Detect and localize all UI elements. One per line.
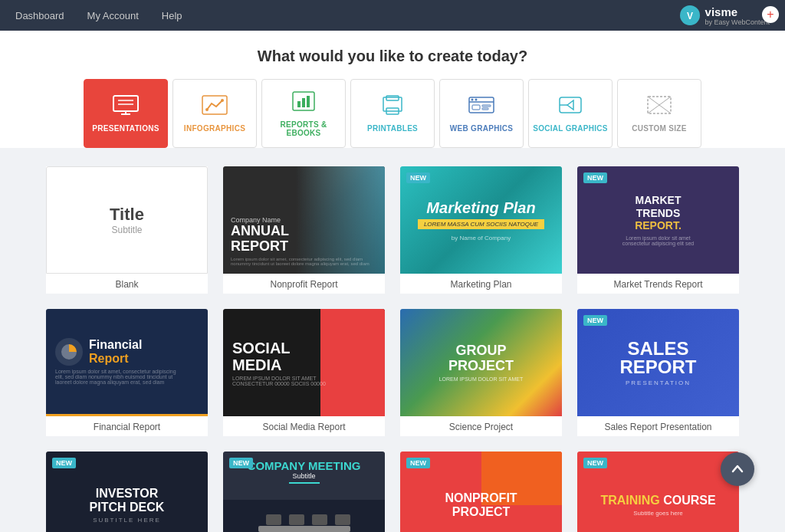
social-label: Social Media Report bbox=[223, 416, 385, 436]
svg-point-9 bbox=[221, 99, 224, 102]
category-web[interactable]: WEB GRAPHICS bbox=[439, 79, 524, 148]
social-title-text: SOCIALMEDIA bbox=[232, 340, 291, 373]
add-icon: + bbox=[762, 6, 779, 23]
financial-label: Financial Report bbox=[46, 416, 208, 436]
financial-thumb: Financial Report Lorem ipsum dolor sit a… bbox=[46, 309, 208, 416]
navbar: Dashboard My Account Help V visme by Eas… bbox=[0, 0, 785, 31]
svg-rect-33 bbox=[335, 514, 350, 525]
template-social-media[interactable]: SOCIALMEDIA LOREM IPSUM DOLOR SIT AMETCO… bbox=[223, 309, 385, 436]
template-trends[interactable]: NEW MARKETTRENDSREPORT. Lorem ipsum dolo… bbox=[577, 166, 739, 294]
svg-rect-31 bbox=[289, 514, 304, 525]
arrow-up-icon bbox=[731, 462, 744, 476]
infographics-icon bbox=[201, 94, 228, 120]
chairs-svg bbox=[243, 507, 366, 533]
fin-title-2-text: Report bbox=[89, 352, 142, 366]
company-title-text: COMPANY MEETING bbox=[248, 459, 361, 472]
template-science[interactable]: GROUPPROJECT LOREM IPSUM DOLOR SIT AMET … bbox=[400, 309, 562, 436]
category-reports[interactable]: REPORTS & EBOOKS bbox=[261, 79, 346, 148]
web-label: WEB GRAPHICS bbox=[450, 124, 514, 133]
group-title-text: GROUPPROJECT bbox=[448, 343, 514, 374]
new-badge-company: NEW bbox=[229, 458, 253, 468]
svg-rect-22 bbox=[482, 105, 491, 107]
svg-rect-13 bbox=[307, 96, 310, 107]
nav-dashboard[interactable]: Dashboard bbox=[15, 10, 64, 21]
template-sales[interactable]: NEW SALESREPORT PRESENTATION Sales Repor… bbox=[577, 309, 739, 436]
template-blank[interactable]: Title Subtitle Blank bbox=[46, 166, 208, 294]
annual-title-text: ANNUALREPORT bbox=[231, 224, 377, 255]
brand-name: visme bbox=[705, 5, 770, 18]
fin-title-1-text: Financial bbox=[89, 338, 142, 352]
template-financial[interactable]: Financial Report Lorem ipsum dolor sit a… bbox=[46, 309, 208, 436]
nonprofit-thumb: NEW NONPROFITPROJECT bbox=[400, 452, 562, 532]
custom-icon bbox=[645, 94, 673, 120]
template-investor[interactable]: NEW INVESTORPITCH DECK SUBTITLE HERE Inv… bbox=[46, 452, 208, 532]
template-marketing[interactable]: NEW Marketing Plan LOREM MASSA CUM SOCII… bbox=[400, 166, 562, 294]
reports-label: REPORTS & EBOOKS bbox=[265, 120, 342, 137]
social-thumb: SOCIALMEDIA LOREM IPSUM DOLOR SIT AMETCO… bbox=[223, 309, 385, 416]
blank-title-text: Title bbox=[110, 205, 144, 225]
main-content: Title Subtitle Blank Company Name ANNUAL… bbox=[0, 148, 785, 532]
brand-sub: by Easy WebContent bbox=[705, 18, 770, 26]
category-presentations[interactable]: PRESENTATIONS + bbox=[84, 79, 168, 148]
svg-rect-30 bbox=[266, 514, 281, 525]
template-training[interactable]: NEW TRAINING COURSE Subtitle goes here T… bbox=[577, 452, 739, 532]
social-icon bbox=[557, 94, 584, 120]
new-badge-nonprofit: NEW bbox=[406, 458, 430, 468]
category-tabs: PRESENTATIONS + INFOGRAPHICS bbox=[0, 79, 785, 148]
template-nonprofit-report[interactable]: Company Name ANNUALREPORT Lorem ipsum do… bbox=[223, 166, 385, 294]
web-icon bbox=[468, 94, 495, 120]
company-line bbox=[289, 482, 320, 484]
category-custom[interactable]: CUSTOM SIZE bbox=[617, 79, 701, 148]
hero-title: What would you like to create today? bbox=[0, 48, 785, 65]
presentations-label: PRESENTATIONS bbox=[92, 124, 159, 133]
category-social[interactable]: SOCIAL GRAPHICS bbox=[528, 79, 613, 148]
group-desc-text: LOREM IPSUM DOLOR SIT AMET bbox=[439, 376, 524, 382]
visme-icon: V bbox=[679, 5, 701, 26]
hero-section: What would you like to create today? PRE… bbox=[0, 31, 785, 148]
fin-desc-text: Lorem ipsum dolor sit amet, consectetur … bbox=[55, 369, 176, 385]
social-desc-text: LOREM IPSUM DOLOR SIT AMETCONSECTETUR 00… bbox=[232, 376, 326, 386]
svg-rect-21 bbox=[472, 105, 480, 110]
category-printables[interactable]: PRINTABLES bbox=[350, 79, 435, 148]
group-thumb: GROUPPROJECT LOREM IPSUM DOLOR SIT AMET bbox=[400, 309, 562, 416]
annual-desc: Lorem ipsum dolor sit amet, consectetur … bbox=[231, 257, 377, 266]
investor-sub-text: SUBTITLE HERE bbox=[93, 517, 161, 524]
new-badge-training: NEW bbox=[583, 458, 607, 468]
category-infographics[interactable]: INFOGRAPHICS bbox=[172, 79, 257, 148]
template-company[interactable]: NEW COMPANY MEETING Subtitle bbox=[223, 452, 385, 532]
reports-icon bbox=[290, 90, 317, 116]
new-badge-sales: NEW bbox=[583, 315, 607, 326]
nonprofit-title-text: NONPROFITPROJECT bbox=[445, 491, 517, 518]
svg-rect-29 bbox=[258, 526, 350, 532]
company-chairs-image bbox=[223, 500, 385, 532]
svg-point-8 bbox=[205, 108, 209, 111]
training-title-text: TRAINING COURSE bbox=[600, 494, 715, 507]
blank-thumb: Title Subtitle bbox=[46, 166, 208, 274]
template-nonprofit-art[interactable]: NEW NONPROFITPROJECT Nonprofit Art bbox=[400, 452, 562, 532]
svg-rect-2 bbox=[113, 96, 138, 111]
sales-sub-text: PRESENTATION bbox=[626, 379, 691, 386]
marketing-thumb: NEW Marketing Plan LOREM MASSA CUM SOCII… bbox=[400, 166, 562, 274]
annual-thumb: Company Name ANNUALREPORT Lorem ipsum do… bbox=[223, 166, 385, 274]
svg-point-19 bbox=[471, 99, 474, 101]
annual-label: Nonprofit Report bbox=[223, 274, 385, 294]
training-thumb: NEW TRAINING COURSE Subtitle goes here bbox=[577, 452, 739, 532]
nav-account[interactable]: My Account bbox=[87, 10, 139, 21]
blank-label: Blank bbox=[46, 274, 208, 294]
science-label: Science Project bbox=[400, 416, 562, 436]
custom-label: CUSTOM SIZE bbox=[632, 124, 686, 133]
printables-label: PRINTABLES bbox=[367, 124, 418, 133]
marketing-sub-text: by Name of Company bbox=[452, 235, 511, 241]
marketing-label: Marketing Plan bbox=[400, 274, 562, 294]
social-label: SOCIAL GRAPHICS bbox=[533, 124, 608, 133]
svg-rect-23 bbox=[482, 108, 488, 110]
new-badge-investor: NEW bbox=[52, 458, 76, 468]
investor-thumb: NEW INVESTORPITCH DECK SUBTITLE HERE bbox=[46, 452, 208, 532]
printables-icon bbox=[379, 94, 406, 120]
financial-circle-icon bbox=[55, 338, 83, 366]
scroll-top-button[interactable] bbox=[721, 452, 754, 486]
trends-desc-text: Lorem ipsum dolor sit ametconsectetur ad… bbox=[622, 235, 694, 246]
svg-rect-32 bbox=[312, 514, 327, 525]
training-sub-text: Subtitle goes here bbox=[633, 510, 683, 517]
nav-help[interactable]: Help bbox=[162, 10, 182, 21]
